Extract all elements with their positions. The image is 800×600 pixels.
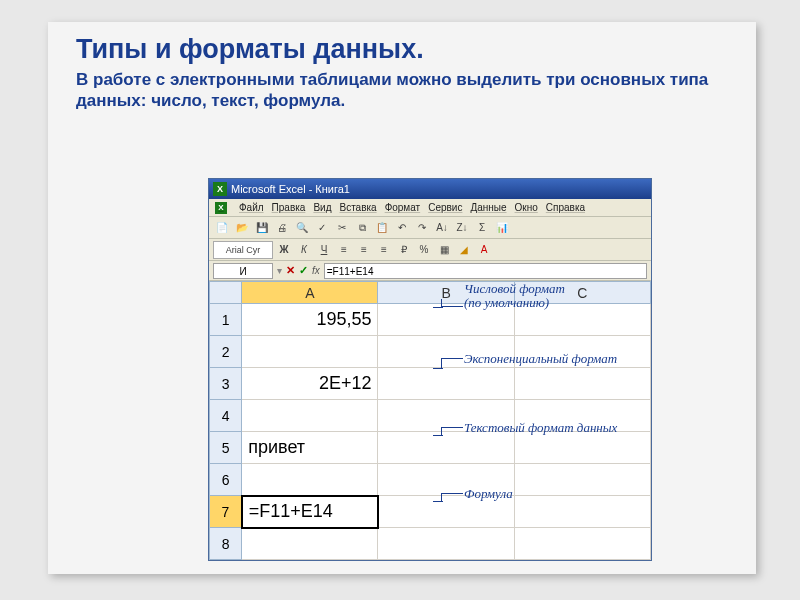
select-all-corner[interactable] xyxy=(210,282,242,304)
menu-help[interactable]: Справка xyxy=(546,202,585,213)
cut-icon[interactable]: ✂ xyxy=(333,219,351,237)
cell-a3[interactable]: 2E+12 xyxy=(242,368,378,400)
leader-line xyxy=(441,299,463,307)
font-selector[interactable]: Arial Cyr xyxy=(213,241,273,259)
print-icon[interactable]: 🖨 xyxy=(273,219,291,237)
type-number: число xyxy=(151,91,202,110)
row-header-8[interactable]: 8 xyxy=(210,528,242,560)
italic-icon[interactable]: К xyxy=(295,241,313,259)
slide-subtitle: В работе с электронными таблицами можно … xyxy=(76,69,728,112)
paste-icon[interactable]: 📋 xyxy=(373,219,391,237)
copy-icon[interactable]: ⧉ xyxy=(353,219,371,237)
menu-file[interactable]: Файл xyxy=(239,202,264,213)
annotation-numeric-l1: Числовой формат xyxy=(464,281,565,296)
menu-format[interactable]: Формат xyxy=(385,202,421,213)
cell-c6[interactable] xyxy=(514,464,650,496)
sort-desc-icon[interactable]: Z↓ xyxy=(453,219,471,237)
borders-icon[interactable]: ▦ xyxy=(435,241,453,259)
annotation-text-format: Текстовый формат данных xyxy=(464,421,664,435)
doc-icon: X xyxy=(215,202,227,214)
type-formula: формула xyxy=(263,91,340,110)
fx-icon[interactable]: fx xyxy=(312,265,320,276)
menu-insert[interactable]: Вставка xyxy=(339,202,376,213)
excel-screenshot: X Microsoft Excel - Книга1 X Файл Правка… xyxy=(208,178,652,568)
preview-icon[interactable]: 🔍 xyxy=(293,219,311,237)
leader-line xyxy=(441,493,463,501)
cell-a1[interactable]: 195,55 xyxy=(242,304,378,336)
cell-b8[interactable] xyxy=(378,528,514,560)
sort-asc-icon[interactable]: A↓ xyxy=(433,219,451,237)
annotation-numeric: Числовой формат (по умолчанию) xyxy=(464,282,634,311)
align-right-icon[interactable]: ≡ xyxy=(375,241,393,259)
cell-a7[interactable]: =F11+E14 xyxy=(242,496,378,528)
excel-icon: X xyxy=(213,182,227,196)
align-center-icon[interactable]: ≡ xyxy=(355,241,373,259)
spell-icon[interactable]: ✓ xyxy=(313,219,331,237)
col-header-a[interactable]: A xyxy=(242,282,378,304)
cell-a8[interactable] xyxy=(242,528,378,560)
cell-a6[interactable] xyxy=(242,464,378,496)
period: . xyxy=(340,91,345,110)
save-icon[interactable]: 💾 xyxy=(253,219,271,237)
menu-edit[interactable]: Правка xyxy=(272,202,306,213)
bold-icon[interactable]: Ж xyxy=(275,241,293,259)
menu-data[interactable]: Данные xyxy=(470,202,506,213)
leader-line xyxy=(433,501,443,502)
currency-icon[interactable]: ₽ xyxy=(395,241,413,259)
menu-view[interactable]: Вид xyxy=(313,202,331,213)
leader-line xyxy=(433,368,443,369)
menu-bar: X Файл Правка Вид Вставка Формат Сервис … xyxy=(209,199,651,217)
leader-line xyxy=(441,427,463,435)
annotation-formula: Формула xyxy=(464,487,513,501)
leader-line xyxy=(433,435,443,436)
row-header-7[interactable]: 7 xyxy=(210,496,242,528)
row-header-6[interactable]: 6 xyxy=(210,464,242,496)
cancel-icon[interactable]: ✕ xyxy=(286,264,295,277)
font-color-icon[interactable]: A xyxy=(475,241,493,259)
align-left-icon[interactable]: ≡ xyxy=(335,241,353,259)
cell-c5[interactable] xyxy=(514,432,650,464)
leader-line xyxy=(433,307,443,308)
redo-icon[interactable]: ↷ xyxy=(413,219,431,237)
cell-b3[interactable] xyxy=(378,368,514,400)
row-header-3[interactable]: 3 xyxy=(210,368,242,400)
cell-c3[interactable] xyxy=(514,368,650,400)
row-header-5[interactable]: 5 xyxy=(210,432,242,464)
sep: , xyxy=(202,91,211,110)
percent-icon[interactable]: % xyxy=(415,241,433,259)
formula-input[interactable]: =F11+E14 xyxy=(324,263,647,279)
format-toolbar: Arial Cyr Ж К Ч ≡ ≡ ≡ ₽ % ▦ ◢ A xyxy=(209,239,651,261)
chart-icon[interactable]: 📊 xyxy=(493,219,511,237)
cell-c8[interactable] xyxy=(514,528,650,560)
sep: , xyxy=(254,91,263,110)
annotation-exponential: Экспоненциальный формат xyxy=(464,352,654,366)
sum-icon[interactable]: Σ xyxy=(473,219,491,237)
cell-a4[interactable] xyxy=(242,400,378,432)
cell-b5[interactable] xyxy=(378,432,514,464)
row-header-2[interactable]: 2 xyxy=(210,336,242,368)
menu-tools[interactable]: Сервис xyxy=(428,202,462,213)
fill-color-icon[interactable]: ◢ xyxy=(455,241,473,259)
enter-icon[interactable]: ✓ xyxy=(299,264,308,277)
undo-icon[interactable]: ↶ xyxy=(393,219,411,237)
formula-bar: И ▾ ✕ ✓ fx =F11+E14 xyxy=(209,261,651,281)
leader-line xyxy=(441,358,463,368)
cell-c7[interactable] xyxy=(514,496,650,528)
cell-a2[interactable] xyxy=(242,336,378,368)
window-titlebar: X Microsoft Excel - Книга1 xyxy=(209,179,651,199)
window-title: Microsoft Excel - Книга1 xyxy=(231,183,350,195)
menu-window[interactable]: Окно xyxy=(515,202,538,213)
standard-toolbar: 📄 📂 💾 🖨 🔍 ✓ ✂ ⧉ 📋 ↶ ↷ A↓ Z↓ Σ 📊 xyxy=(209,217,651,239)
slide-title: Типы и форматы данных. xyxy=(76,34,728,65)
open-icon[interactable]: 📂 xyxy=(233,219,251,237)
row-header-1[interactable]: 1 xyxy=(210,304,242,336)
presentation-slide: Типы и форматы данных. В работе с электр… xyxy=(48,22,756,574)
excel-window: X Microsoft Excel - Книга1 X Файл Правка… xyxy=(208,178,652,561)
type-text: текст xyxy=(211,91,254,110)
cell-a5[interactable]: привет xyxy=(242,432,378,464)
annotation-numeric-l2: (по умолчанию) xyxy=(464,295,549,310)
row-header-4[interactable]: 4 xyxy=(210,400,242,432)
new-icon[interactable]: 📄 xyxy=(213,219,231,237)
name-box[interactable]: И xyxy=(213,263,273,279)
underline-icon[interactable]: Ч xyxy=(315,241,333,259)
